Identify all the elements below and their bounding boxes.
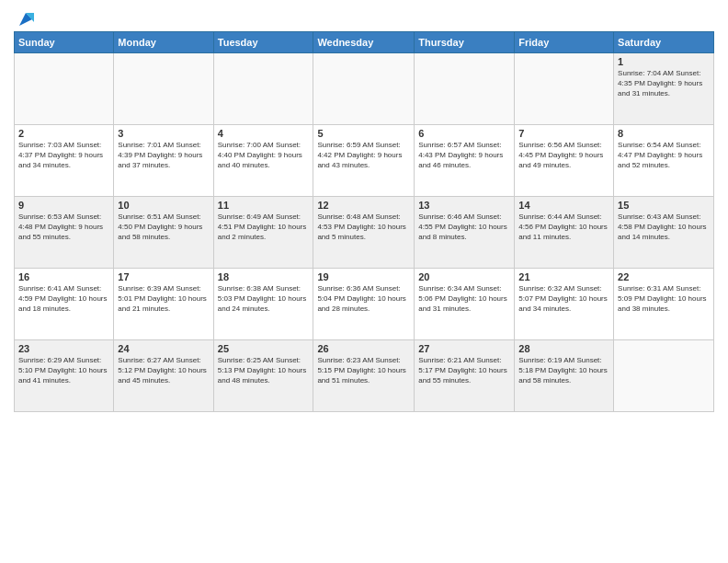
calendar-day-cell: 21Sunrise: 6:32 AM Sunset: 5:07 PM Dayli… <box>515 269 614 340</box>
day-number: 10 <box>118 200 209 211</box>
day-number: 2 <box>18 128 109 139</box>
calendar-day-cell: 24Sunrise: 6:27 AM Sunset: 5:12 PM Dayli… <box>114 340 213 412</box>
calendar-week-row: 9Sunrise: 6:53 AM Sunset: 4:48 PM Daylig… <box>15 197 714 269</box>
weekday-header: Saturday <box>614 32 714 53</box>
day-info: Sunrise: 6:38 AM Sunset: 5:03 PM Dayligh… <box>218 283 310 315</box>
day-info: Sunrise: 7:04 AM Sunset: 4:35 PM Dayligh… <box>618 68 710 99</box>
day-info: Sunrise: 6:56 AM Sunset: 4:45 PM Dayligh… <box>518 140 609 171</box>
calendar-day-cell: 16Sunrise: 6:41 AM Sunset: 4:59 PM Dayli… <box>15 269 114 340</box>
day-info: Sunrise: 6:46 AM Sunset: 4:55 PM Dayligh… <box>418 212 510 243</box>
calendar-day-cell: 4Sunrise: 7:00 AM Sunset: 4:40 PM Daylig… <box>213 125 313 197</box>
day-info: Sunrise: 6:49 AM Sunset: 4:51 PM Dayligh… <box>218 212 310 243</box>
calendar-day-cell <box>15 53 114 125</box>
day-number: 27 <box>418 343 510 354</box>
day-info: Sunrise: 7:00 AM Sunset: 4:40 PM Dayligh… <box>218 140 310 171</box>
calendar-day-cell: 18Sunrise: 6:38 AM Sunset: 5:03 PM Dayli… <box>213 269 313 340</box>
calendar-day-cell: 2Sunrise: 7:03 AM Sunset: 4:37 PM Daylig… <box>15 125 114 197</box>
calendar-day-cell: 9Sunrise: 6:53 AM Sunset: 4:48 PM Daylig… <box>15 197 114 269</box>
day-info: Sunrise: 7:01 AM Sunset: 4:39 PM Dayligh… <box>118 140 209 171</box>
day-info: Sunrise: 6:21 AM Sunset: 5:17 PM Dayligh… <box>418 355 510 386</box>
calendar-day-cell: 25Sunrise: 6:25 AM Sunset: 5:13 PM Dayli… <box>213 340 313 412</box>
day-number: 1 <box>618 56 710 67</box>
day-number: 16 <box>18 271 109 282</box>
calendar-day-cell <box>515 53 614 125</box>
day-number: 19 <box>317 271 410 282</box>
day-number: 15 <box>618 200 710 211</box>
calendar-day-cell <box>213 53 313 125</box>
calendar-day-cell <box>415 53 515 125</box>
calendar-day-cell: 5Sunrise: 6:59 AM Sunset: 4:42 PM Daylig… <box>313 125 415 197</box>
calendar-day-cell: 20Sunrise: 6:34 AM Sunset: 5:06 PM Dayli… <box>415 269 515 340</box>
day-number: 22 <box>618 271 710 282</box>
calendar-day-cell: 11Sunrise: 6:49 AM Sunset: 4:51 PM Dayli… <box>213 197 313 269</box>
calendar-day-cell: 15Sunrise: 6:43 AM Sunset: 4:58 PM Dayli… <box>614 197 714 269</box>
weekday-header: Sunday <box>15 32 114 53</box>
day-number: 11 <box>218 200 310 211</box>
weekday-header: Thursday <box>415 32 515 53</box>
weekday-header: Wednesday <box>313 32 415 53</box>
day-info: Sunrise: 6:23 AM Sunset: 5:15 PM Dayligh… <box>317 355 410 386</box>
weekday-header: Monday <box>114 32 213 53</box>
day-info: Sunrise: 6:51 AM Sunset: 4:50 PM Dayligh… <box>118 212 209 243</box>
day-number: 25 <box>218 343 310 354</box>
day-number: 14 <box>518 200 609 211</box>
calendar-day-cell: 26Sunrise: 6:23 AM Sunset: 5:15 PM Dayli… <box>313 340 415 412</box>
day-info: Sunrise: 6:19 AM Sunset: 5:18 PM Dayligh… <box>518 355 609 386</box>
day-info: Sunrise: 6:41 AM Sunset: 4:59 PM Dayligh… <box>18 283 109 315</box>
calendar-day-cell <box>313 53 415 125</box>
day-info: Sunrise: 6:25 AM Sunset: 5:13 PM Dayligh… <box>218 355 310 386</box>
day-info: Sunrise: 6:29 AM Sunset: 5:10 PM Dayligh… <box>18 355 109 386</box>
calendar-day-cell: 1Sunrise: 7:04 AM Sunset: 4:35 PM Daylig… <box>614 53 714 125</box>
calendar-day-cell: 10Sunrise: 6:51 AM Sunset: 4:50 PM Dayli… <box>114 197 213 269</box>
day-info: Sunrise: 6:34 AM Sunset: 5:06 PM Dayligh… <box>418 283 510 315</box>
calendar-day-cell: 14Sunrise: 6:44 AM Sunset: 4:56 PM Dayli… <box>515 197 614 269</box>
calendar-week-row: 1Sunrise: 7:04 AM Sunset: 4:35 PM Daylig… <box>15 53 714 125</box>
day-number: 12 <box>317 200 410 211</box>
calendar-day-cell: 22Sunrise: 6:31 AM Sunset: 5:09 PM Dayli… <box>614 269 714 340</box>
day-info: Sunrise: 7:03 AM Sunset: 4:37 PM Dayligh… <box>18 140 109 171</box>
day-number: 26 <box>317 343 410 354</box>
logo-icon <box>16 9 36 29</box>
day-number: 28 <box>518 343 609 354</box>
day-info: Sunrise: 6:53 AM Sunset: 4:48 PM Dayligh… <box>18 212 109 243</box>
day-number: 20 <box>418 271 510 282</box>
calendar-day-cell: 17Sunrise: 6:39 AM Sunset: 5:01 PM Dayli… <box>114 269 213 340</box>
day-number: 3 <box>118 128 209 139</box>
day-number: 4 <box>218 128 310 139</box>
day-number: 13 <box>418 200 510 211</box>
calendar: SundayMondayTuesdayWednesdayThursdayFrid… <box>14 31 714 412</box>
calendar-day-cell: 27Sunrise: 6:21 AM Sunset: 5:17 PM Dayli… <box>415 340 515 412</box>
calendar-day-cell: 13Sunrise: 6:46 AM Sunset: 4:55 PM Dayli… <box>415 197 515 269</box>
logo <box>14 9 36 28</box>
day-number: 23 <box>18 343 109 354</box>
day-info: Sunrise: 6:43 AM Sunset: 4:58 PM Dayligh… <box>618 212 710 243</box>
day-info: Sunrise: 6:36 AM Sunset: 5:04 PM Dayligh… <box>317 283 410 315</box>
day-number: 21 <box>518 271 609 282</box>
day-number: 9 <box>18 200 109 211</box>
weekday-header: Tuesday <box>213 32 313 53</box>
header <box>14 9 714 28</box>
day-info: Sunrise: 6:59 AM Sunset: 4:42 PM Dayligh… <box>317 140 410 171</box>
calendar-day-cell <box>614 340 714 412</box>
calendar-day-cell: 3Sunrise: 7:01 AM Sunset: 4:39 PM Daylig… <box>114 125 213 197</box>
day-number: 7 <box>518 128 609 139</box>
day-number: 8 <box>618 128 710 139</box>
day-info: Sunrise: 6:27 AM Sunset: 5:12 PM Dayligh… <box>118 355 209 386</box>
day-number: 18 <box>218 271 310 282</box>
weekday-header: Friday <box>515 32 614 53</box>
day-number: 5 <box>317 128 410 139</box>
day-info: Sunrise: 6:44 AM Sunset: 4:56 PM Dayligh… <box>518 212 609 243</box>
calendar-week-row: 2Sunrise: 7:03 AM Sunset: 4:37 PM Daylig… <box>15 125 714 197</box>
calendar-week-row: 23Sunrise: 6:29 AM Sunset: 5:10 PM Dayli… <box>15 340 714 412</box>
day-info: Sunrise: 6:32 AM Sunset: 5:07 PM Dayligh… <box>518 283 609 315</box>
calendar-day-cell: 6Sunrise: 6:57 AM Sunset: 4:43 PM Daylig… <box>415 125 515 197</box>
day-number: 17 <box>118 271 209 282</box>
day-number: 6 <box>418 128 510 139</box>
day-info: Sunrise: 6:57 AM Sunset: 4:43 PM Dayligh… <box>418 140 510 171</box>
day-info: Sunrise: 6:54 AM Sunset: 4:47 PM Dayligh… <box>618 140 710 171</box>
calendar-day-cell: 19Sunrise: 6:36 AM Sunset: 5:04 PM Dayli… <box>313 269 415 340</box>
calendar-day-cell: 8Sunrise: 6:54 AM Sunset: 4:47 PM Daylig… <box>614 125 714 197</box>
day-number: 24 <box>118 343 209 354</box>
day-info: Sunrise: 6:31 AM Sunset: 5:09 PM Dayligh… <box>618 283 710 315</box>
calendar-day-cell: 28Sunrise: 6:19 AM Sunset: 5:18 PM Dayli… <box>515 340 614 412</box>
